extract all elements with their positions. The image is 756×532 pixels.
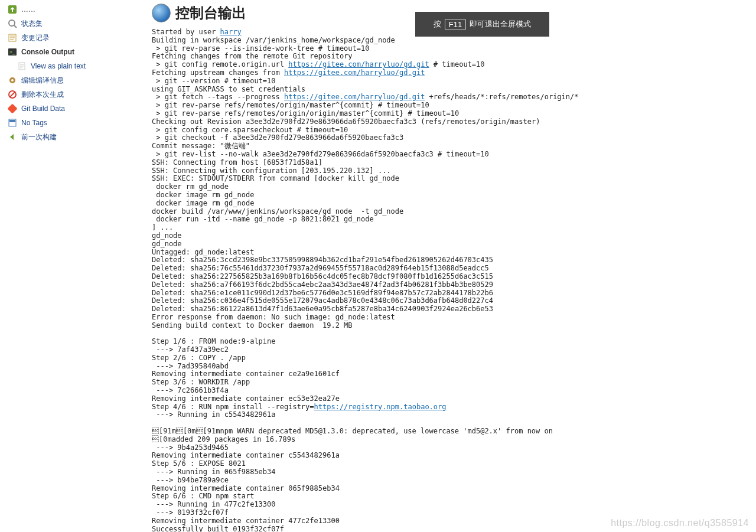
- sidebar-item-delete-build[interactable]: 删除本次生成: [7, 87, 127, 102]
- registry-url-link[interactable]: https://registry.npm.taobao.org: [314, 403, 447, 411]
- sidebar-item-edit-build-info[interactable]: 编辑编译信息: [7, 73, 127, 87]
- user-link[interactable]: harry: [220, 28, 242, 36]
- svg-rect-17: [8, 104, 17, 113]
- globe-icon: [152, 4, 171, 22]
- sidebar-item-label: No Tags: [21, 119, 47, 127]
- svg-text:>_: >_: [9, 50, 15, 55]
- sidebar-item-console-output[interactable]: >_ Console Output: [7, 45, 127, 59]
- sidebar-item-back[interactable]: ……: [7, 2, 127, 17]
- main-panel: 控制台输出 Started by user harry Building in …: [127, 0, 756, 532]
- git-icon: [7, 103, 18, 114]
- git-url-link[interactable]: https://gitee.com/harryluo/gd.git: [284, 68, 425, 77]
- sidebar-item-git-build-data[interactable]: Git Build Data: [7, 102, 127, 116]
- svg-point-1: [9, 20, 15, 26]
- forbidden-icon: [7, 89, 18, 100]
- sidebar-item-changes[interactable]: 变更记录: [7, 31, 127, 45]
- sidebar-item-label: 状态集: [21, 19, 43, 29]
- svg-rect-19: [9, 120, 15, 122]
- sidebar-item-no-tags[interactable]: No Tags: [7, 116, 127, 130]
- terminal-icon: >_: [7, 47, 18, 57]
- watermark: https://blog.csdn.net/q3585914: [611, 518, 749, 528]
- green-up-arrow-icon: [7, 4, 18, 15]
- svg-line-16: [10, 92, 15, 97]
- sidebar-item-previous-build[interactable]: 前一次构建: [7, 130, 127, 144]
- sidebar-item-label: Git Build Data: [21, 105, 65, 113]
- sidebar-item-label: ……: [21, 5, 35, 14]
- sidebar-item-label: 前一次构建: [21, 132, 57, 142]
- doc-icon: [17, 61, 27, 71]
- tag-icon: [7, 118, 18, 128]
- tip-key: F11: [445, 19, 466, 30]
- gear-icon: [7, 75, 18, 86]
- page-title-text: 控制台输出: [175, 4, 246, 22]
- sidebar: …… 状态集 变更记录 >_ Console Output View as pl…: [0, 0, 127, 532]
- left-arrow-icon: [7, 132, 18, 142]
- sidebar-item-label: 编辑编译信息: [21, 76, 64, 86]
- git-url-link[interactable]: https://gitee.com/harryluo/gd.git: [288, 60, 429, 68]
- svg-point-14: [11, 79, 14, 81]
- note-icon: [7, 32, 18, 43]
- sidebar-item-label: View as plain text: [31, 62, 86, 70]
- svg-line-2: [14, 25, 17, 28]
- tip-suffix: 即可退出全屏模式: [470, 19, 531, 30]
- tip-prefix: 按: [434, 19, 441, 30]
- console-output: Started by user harry Building in worksp…: [152, 28, 756, 532]
- git-url-link[interactable]: https://gitee.com/harryluo/gd.git: [284, 93, 425, 101]
- magnifier-icon: [7, 18, 18, 29]
- sidebar-item-label: Console Output: [21, 48, 74, 56]
- fullscreen-exit-tip: 按 F11 即可退出全屏模式: [415, 12, 549, 37]
- sidebar-item-status[interactable]: 状态集: [7, 17, 127, 31]
- sidebar-item-label: 变更记录: [21, 33, 50, 43]
- sidebar-item-label: 删除本次生成: [21, 90, 64, 100]
- sidebar-item-view-as-plain-text[interactable]: View as plain text: [7, 59, 127, 73]
